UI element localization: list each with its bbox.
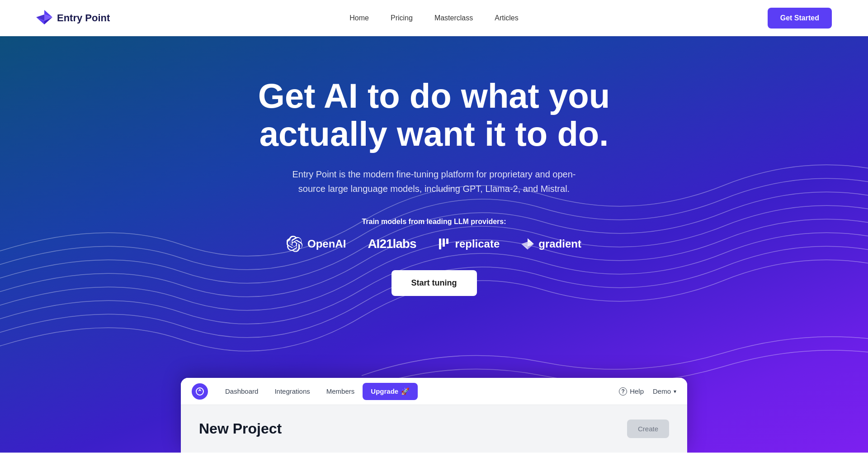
nav-articles[interactable]: Articles bbox=[495, 14, 518, 22]
app-body: New Project Create bbox=[181, 405, 687, 453]
provider-openai: OpenAI bbox=[287, 236, 346, 252]
provider-gradient: gradient bbox=[521, 238, 581, 250]
provider-ai21: AI21labs bbox=[368, 237, 416, 251]
brand-name: Entry Point bbox=[57, 12, 110, 24]
app-preview: Dashboard Integrations Members Upgrade 🚀… bbox=[181, 378, 687, 453]
app-logo-icon bbox=[195, 387, 204, 396]
app-nav-upgrade[interactable]: Upgrade 🚀 bbox=[363, 383, 418, 400]
hero-subtitle: Entry Point is the modern fine-tuning pl… bbox=[280, 167, 588, 196]
nav-masterclass[interactable]: Masterclass bbox=[434, 14, 473, 22]
app-logo bbox=[192, 383, 208, 400]
logo-icon bbox=[36, 10, 52, 26]
replicate-label: replicate bbox=[455, 238, 500, 250]
provider-replicate: replicate bbox=[438, 238, 500, 250]
demo-chevron-icon: ▾ bbox=[674, 388, 676, 395]
navbar: Entry Point Home Pricing Masterclass Art… bbox=[0, 0, 868, 36]
demo-button[interactable]: Demo ▾ bbox=[653, 387, 676, 395]
svg-rect-6 bbox=[443, 238, 445, 247]
app-topbar-right: ? Help Demo ▾ bbox=[619, 387, 676, 396]
help-icon: ? bbox=[619, 387, 627, 396]
main-nav: Home Pricing Masterclass Articles bbox=[349, 14, 518, 22]
help-button[interactable]: ? Help bbox=[619, 387, 644, 396]
app-nav-members[interactable]: Members bbox=[318, 378, 363, 405]
ai21-label: AI21labs bbox=[368, 237, 416, 251]
providers-section: Train models from leading LLM providers:… bbox=[287, 218, 581, 252]
openai-label: OpenAI bbox=[307, 238, 346, 250]
get-started-button[interactable]: Get Started bbox=[768, 8, 832, 29]
hero-content: Get AI to do what you actually want it t… bbox=[231, 77, 637, 218]
brand-logo[interactable]: Entry Point bbox=[36, 10, 110, 26]
replicate-icon bbox=[438, 238, 451, 250]
openai-icon bbox=[287, 236, 303, 252]
app-topbar: Dashboard Integrations Members Upgrade 🚀… bbox=[181, 378, 687, 405]
app-nav-integrations[interactable]: Integrations bbox=[266, 378, 318, 405]
providers-logos: OpenAI AI21labs replicate bbox=[287, 236, 581, 252]
nav-home[interactable]: Home bbox=[349, 14, 369, 22]
new-project-title: New Project bbox=[199, 420, 282, 437]
create-button[interactable]: Create bbox=[627, 420, 669, 438]
upgrade-label: Upgrade bbox=[371, 387, 398, 395]
svg-rect-7 bbox=[446, 238, 448, 244]
gradient-icon bbox=[521, 238, 534, 250]
gradient-label: gradient bbox=[538, 238, 581, 250]
help-label: Help bbox=[630, 387, 644, 395]
nav-pricing[interactable]: Pricing bbox=[391, 14, 413, 22]
hero-title: Get AI to do what you actually want it t… bbox=[240, 77, 628, 153]
hero-section: .wline { fill: none; stroke: rgba(255,25… bbox=[0, 36, 868, 453]
providers-label: Train models from leading LLM providers: bbox=[287, 218, 581, 226]
upgrade-icon: 🚀 bbox=[401, 387, 410, 396]
svg-rect-5 bbox=[439, 238, 441, 249]
app-nav-dashboard[interactable]: Dashboard bbox=[217, 378, 266, 405]
start-tuning-button[interactable]: Start tuning bbox=[392, 270, 477, 296]
demo-label: Demo bbox=[653, 387, 671, 395]
